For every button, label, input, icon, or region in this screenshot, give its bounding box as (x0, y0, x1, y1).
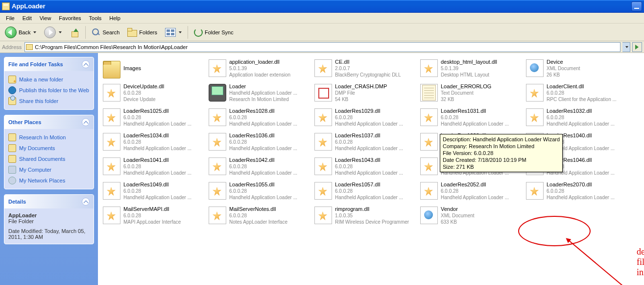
place-item[interactable]: Shared Documents (8, 154, 90, 164)
address-dropdown[interactable] (622, 42, 630, 52)
file-name: CE.dll (335, 59, 416, 65)
dll-icon (103, 84, 120, 102)
folders-label: Folders (139, 29, 157, 35)
views-button[interactable] (162, 26, 185, 39)
file-line3: Handheld Application Loader ... (335, 145, 416, 152)
go-button[interactable] (632, 42, 642, 52)
file-tile[interactable]: LoaderRes1055.dll6.0.0.28Handheld Applic… (207, 179, 312, 203)
file-line3: Handheld Application Loader ... (547, 194, 628, 201)
search-button[interactable]: Search (89, 26, 122, 39)
file-name: DeviceUpdate.dll (123, 83, 205, 90)
file-tile[interactable]: CE.dll2.0.0.7BlackBerry Cryptographic DL… (312, 56, 418, 80)
file-tile[interactable]: MailServerMAPI.dll6.0.0.28MAPI AppLoader… (101, 203, 207, 228)
file-tile[interactable]: LoaderRes1041.dll6.0.0.28Handheld Applic… (101, 154, 207, 179)
file-line2: 6.0.0.28 (123, 212, 205, 219)
file-tile[interactable]: MailServerNotes.dll6.0.0.28Notes AppLoad… (207, 203, 312, 228)
file-line3: RPC Client for the Application ... (547, 96, 628, 103)
file-tile[interactable]: VendorXML Document633 KB (418, 203, 524, 228)
place-item[interactable]: My Network Places (8, 175, 90, 186)
menu-tools[interactable]: Tools (85, 14, 106, 23)
file-tile[interactable]: LoaderRes1029.dll6.0.0.28Handheld Applic… (312, 105, 418, 130)
file-name: Loader (229, 83, 310, 90)
titlebar: AppLoader (0, 0, 644, 13)
dll-icon (209, 59, 226, 77)
folders-button[interactable]: Folders (124, 26, 160, 39)
back-button[interactable]: Back (2, 26, 39, 39)
dll-icon (103, 108, 120, 126)
file-line2: 6.0.0.28 (547, 188, 628, 194)
window-title: AppLoader (12, 2, 46, 10)
net-icon (8, 177, 16, 184)
file-line2: 6.0.0.28 (335, 163, 416, 170)
file-name: LoaderRes1041.dll (123, 157, 205, 163)
file-tile[interactable]: LoaderRes1025.dll6.0.0.28Handheld Applic… (101, 105, 207, 130)
comp-icon (8, 166, 16, 174)
panel-tasks-header[interactable]: File and Folder Tasks (4, 57, 94, 71)
file-line3: MAPI AppLoader Interface (123, 219, 205, 225)
task-item[interactable]: Publish this folder to the Web (8, 85, 90, 96)
file-line2: 5.0.1.39 (441, 65, 522, 72)
file-tile[interactable]: LoaderRes1031.dll6.0.0.28Handheld Applic… (418, 105, 524, 130)
file-tile[interactable]: DeviceUpdate.dll6.0.0.28Device Update (101, 80, 207, 105)
file-line3: 32 KB (441, 96, 522, 103)
menu-file[interactable]: File (2, 14, 19, 23)
file-line2: XML Document (441, 212, 522, 219)
place-item[interactable]: My Computer (8, 164, 90, 175)
annotation-arrow (568, 239, 628, 285)
details-type: File Folder (8, 218, 90, 224)
file-tile[interactable]: DeviceXML Document26 KB (524, 56, 630, 80)
file-tile[interactable]: LoaderRes1028.dll6.0.0.28Handheld Applic… (207, 105, 312, 130)
details-modified-label: Date Modified: (8, 228, 43, 234)
place-item[interactable]: My Documents (8, 143, 90, 154)
file-tile[interactable]: Loader_ERRORLOGText Document32 KB (418, 80, 524, 105)
file-tile[interactable]: LoaderRes1057.dll6.0.0.28Handheld Applic… (312, 179, 418, 203)
file-tile[interactable]: LoaderRes1032.dll6.0.0.28Handheld Applic… (524, 105, 630, 130)
minimize-button[interactable] (631, 1, 642, 11)
fold-icon (8, 155, 16, 163)
panel-places-title: Other Places (8, 119, 41, 125)
file-tile[interactable]: LoaderRes2070.dll6.0.0.28Handheld Applic… (524, 179, 630, 203)
file-name: LoaderRes1031.dll (441, 108, 522, 114)
file-line2: 6.0.0.28 (335, 139, 416, 145)
task-item[interactable]: Share this folder (8, 96, 90, 106)
panel-places-header[interactable]: Other Places (4, 115, 94, 129)
task-item[interactable]: Make a new folder (8, 74, 90, 85)
file-tile[interactable]: LoaderRes1049.dll6.0.0.28Handheld Applic… (101, 179, 207, 203)
address-input[interactable]: C:\Program Files\Common Files\Research I… (24, 42, 620, 52)
back-label: Back (19, 29, 30, 35)
file-name: MailServerNotes.dll (229, 206, 310, 212)
file-tile[interactable]: Images (101, 56, 207, 80)
folder-icon (103, 61, 120, 78)
caret-icon (33, 31, 36, 33)
file-tile[interactable]: application_loader.dll5.0.1.39Applicatio… (207, 56, 312, 80)
panel-details-header[interactable]: Details (4, 195, 94, 208)
file-line2: 6.0.0.28 (123, 163, 205, 170)
menu-favorites[interactable]: Favorites (55, 14, 85, 23)
file-tile[interactable]: LoaderHandheld Application Loader ...Res… (207, 80, 312, 105)
chevron-up-icon (82, 118, 90, 126)
file-tile[interactable]: LoaderRes1034.dll6.0.0.28Handheld Applic… (101, 130, 207, 154)
file-tile[interactable]: LoaderRes1036.dll6.0.0.28Handheld Applic… (207, 130, 312, 154)
file-line3: Handheld Application Loader ... (335, 170, 416, 176)
file-tile[interactable]: rimprogram.dll1.0.0.35RIM Wireless Devic… (312, 203, 418, 228)
file-tile[interactable]: LoaderRes1037.dll6.0.0.28Handheld Applic… (312, 130, 418, 154)
file-tile[interactable]: LoaderRes1043.dll6.0.0.28Handheld Applic… (312, 154, 418, 179)
foldersync-button[interactable]: Folder Sync (191, 26, 237, 39)
file-line2: 6.0.0.28 (547, 90, 628, 96)
file-tile[interactable]: LoaderClient.dll6.0.0.28RPC Client for t… (524, 80, 630, 105)
file-line3: Handheld Application Loader ... (123, 170, 205, 176)
up-button[interactable] (67, 26, 82, 39)
file-tile[interactable]: LoaderRes2052.dll6.0.0.28Handheld Applic… (418, 179, 524, 203)
file-tile[interactable]: Loader_CRASH.DMPDMP File54 KB (312, 80, 418, 105)
menu-edit[interactable]: Edit (19, 14, 36, 23)
file-tile[interactable]: desktop_html_layout.dll5.0.1.39Desktop H… (418, 56, 524, 80)
menu-view[interactable]: View (36, 14, 55, 23)
forward-button[interactable] (41, 26, 65, 39)
file-tile[interactable]: LoaderRes1042.dll6.0.0.28Handheld Applic… (207, 154, 312, 179)
filepane[interactable]: Imagesapplication_loader.dll5.0.1.39Appl… (98, 53, 644, 285)
dll-icon (103, 182, 120, 200)
menu-help[interactable]: Help (105, 14, 124, 23)
file-line2: 6.0.0.28 (229, 188, 310, 194)
panel-details-title: Details (8, 199, 26, 205)
place-item[interactable]: Research In Motion (8, 132, 90, 143)
